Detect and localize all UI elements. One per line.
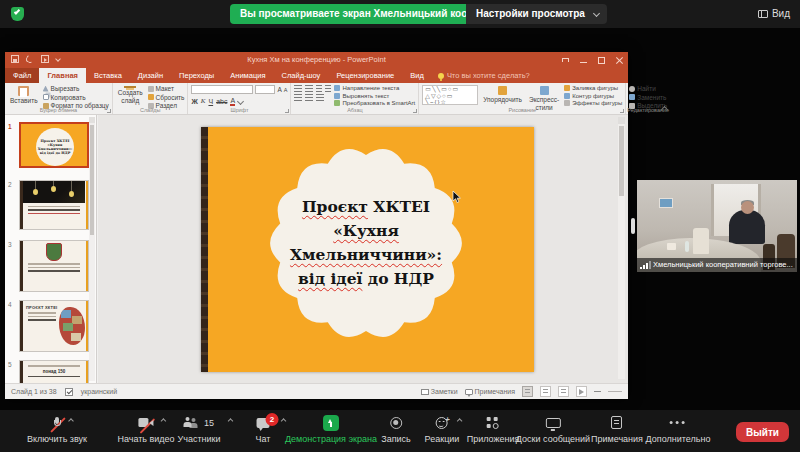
slide-thumbnail-panel[interactable]: 1 Проєкт ХКТЕІ «Кухня Хмельниччини»: від… — [5, 115, 97, 383]
align-center-icon[interactable] — [305, 94, 313, 101]
align-text-button[interactable]: Выровнять текст — [334, 93, 415, 99]
quick-styles-button[interactable]: Экспресс- стили — [527, 85, 561, 105]
minimize-icon[interactable] — [580, 57, 587, 64]
ribbon-options-icon[interactable] — [562, 58, 569, 62]
share-screen-button[interactable]: Демонстрация экрана — [285, 414, 377, 444]
whiteboards-button[interactable]: Доски сообщений — [516, 414, 590, 444]
view-button[interactable]: Вид — [758, 6, 790, 22]
participants-button[interactable]: 15 Участники — [178, 414, 221, 444]
tell-me-box[interactable]: Что вы хотите сделать? — [432, 68, 536, 83]
tab-home[interactable]: Главная — [39, 68, 86, 83]
reactions-button[interactable]: + Реакции — [425, 414, 460, 444]
thumbnail-slide-3[interactable] — [19, 240, 89, 292]
notes-button[interactable]: Примечания — [591, 414, 643, 444]
strikethrough-button[interactable]: abc — [216, 98, 227, 105]
chevron-up-icon[interactable] — [227, 418, 233, 424]
paste-button[interactable]: Вставить — [8, 85, 40, 105]
scroll-up-icon[interactable] — [89, 117, 95, 123]
chat-button[interactable]: 2 Чат — [256, 414, 271, 444]
reset-button[interactable]: Сбросить — [148, 94, 185, 101]
tab-file[interactable]: Файл — [5, 68, 39, 83]
chevron-up-icon[interactable] — [457, 418, 463, 424]
shape-fill-button[interactable]: Заливка фигуры — [564, 85, 622, 91]
spellcheck-icon[interactable] — [65, 388, 73, 396]
increase-font-button[interactable]: А — [277, 86, 281, 93]
leave-meeting-button[interactable]: Выйти — [736, 422, 789, 442]
tab-view[interactable]: Вид — [402, 68, 432, 83]
thumbnail-slide-2[interactable] — [19, 180, 89, 230]
chevron-down-icon[interactable] — [237, 97, 244, 104]
tab-slideshow[interactable]: Слайд-шоу — [273, 68, 328, 83]
dialog-launcher-icon[interactable] — [413, 109, 417, 113]
notes-toggle[interactable]: Заметки — [421, 388, 458, 395]
font-color-button[interactable]: А — [230, 97, 235, 106]
scrollbar-thumb[interactable] — [619, 126, 624, 196]
slide-title[interactable]: Проєкт ХКТЕІ«КухняХмельниччини»:від ідеї… — [264, 141, 468, 345]
arrange-button[interactable]: Упорядочить — [481, 85, 524, 105]
unmute-button[interactable]: Включить звук — [27, 414, 87, 444]
thumbnail-slide-5[interactable]: понад 150 — [19, 360, 89, 383]
apps-button[interactable]: Приложения — [467, 414, 520, 444]
normal-view-button[interactable] — [522, 386, 533, 397]
editor-scrollbar[interactable] — [618, 117, 625, 379]
zoom-slider[interactable] — [608, 391, 622, 392]
start-video-button[interactable]: Начать видео — [117, 414, 174, 444]
replace-button[interactable]: Заменить — [629, 94, 667, 101]
cut-button[interactable]: Вырезать — [43, 85, 109, 92]
shape-effects-button[interactable]: Эффекты фигуры — [564, 100, 622, 106]
text-direction-button[interactable]: Направление текста — [334, 85, 415, 91]
scrollbar-thumb[interactable] — [90, 125, 94, 235]
dialog-launcher-icon[interactable] — [620, 109, 624, 113]
more-button[interactable]: Дополнительно — [646, 414, 711, 444]
chevron-up-icon[interactable] — [68, 418, 74, 424]
underline-button[interactable]: Ч — [208, 98, 213, 105]
ribbon: Вставить Вырезать Копировать Формат по о… — [5, 83, 628, 115]
restore-icon[interactable] — [598, 57, 605, 64]
tab-design[interactable]: Дизайн — [130, 68, 171, 83]
font-size-select[interactable] — [255, 85, 275, 94]
powerpoint-body: 1 Проєкт ХКТЕІ «Кухня Хмельниччини»: від… — [5, 115, 628, 383]
video-panel-collapse-handle[interactable] — [631, 218, 635, 234]
align-right-icon[interactable] — [316, 94, 324, 101]
indent-icon[interactable] — [316, 85, 322, 92]
view-settings-dropdown[interactable]: Настройки просмотра — [466, 4, 607, 24]
comments-toggle[interactable]: Примечания — [465, 388, 515, 395]
italic-button[interactable]: К — [201, 97, 206, 105]
thumbnail-scrollbar[interactable] — [89, 117, 95, 381]
current-slide[interactable]: Проєкт ХКТЕІ«КухняХмельниччини»:від ідеї… — [201, 127, 534, 372]
align-icon[interactable] — [325, 85, 331, 92]
close-icon[interactable] — [616, 57, 623, 64]
slide-sorter-view-button[interactable] — [540, 386, 551, 397]
tab-review[interactable]: Рецензирование — [328, 68, 402, 83]
dialog-launcher-icon[interactable] — [107, 109, 111, 113]
language-indicator[interactable]: украинский — [81, 388, 118, 395]
shapes-gallery[interactable]: ▭╲╲▭○▭ △▽◇○▭ ╲~{}☆ — [422, 85, 478, 105]
scroll-up-icon[interactable] — [618, 117, 625, 124]
participant-video-tile[interactable]: Хмельницький кооперативний торгове... — [637, 180, 797, 272]
find-button[interactable]: Найти — [629, 85, 667, 92]
powerpoint-title-bar[interactable]: Кухня Хм на конференцию - PowerPoint — [5, 52, 628, 68]
slide-editor-area[interactable]: Проєкт ХКТЕІ«КухняХмельниччини»:від ідеї… — [98, 115, 628, 383]
tab-animations[interactable]: Анимация — [222, 68, 273, 83]
tab-transitions[interactable]: Переходы — [171, 68, 222, 83]
bullet-list-icon[interactable] — [294, 85, 302, 92]
reading-view-button[interactable] — [558, 386, 569, 397]
bold-button[interactable]: Ж — [191, 98, 197, 105]
align-left-icon[interactable] — [294, 94, 302, 101]
decrease-font-button[interactable]: А — [284, 87, 288, 93]
copy-button[interactable]: Копировать — [43, 94, 109, 101]
shape-outline-button[interactable]: Контур фигуры — [564, 93, 622, 99]
new-slide-button[interactable]: Создать слайд — [116, 85, 145, 105]
chevron-up-icon[interactable] — [161, 418, 167, 424]
slideshow-view-button[interactable] — [576, 386, 587, 397]
layout-button[interactable]: Макет — [148, 85, 185, 92]
record-button[interactable]: Запись — [381, 414, 411, 444]
zoom-out-button[interactable] — [594, 391, 601, 393]
numbered-list-icon[interactable] — [305, 85, 313, 92]
smartart-button[interactable]: Преобразовать в SmartArt — [334, 100, 415, 106]
tab-insert[interactable]: Вставка — [86, 68, 130, 83]
thumbnail-slide-4[interactable]: ПРОЄКТ ХКТЕІ — [19, 300, 89, 352]
dialog-launcher-icon[interactable] — [285, 109, 289, 113]
font-name-select[interactable] — [191, 85, 253, 94]
thumbnail-slide-1[interactable]: Проєкт ХКТЕІ «Кухня Хмельниччини»: від і… — [19, 122, 89, 168]
